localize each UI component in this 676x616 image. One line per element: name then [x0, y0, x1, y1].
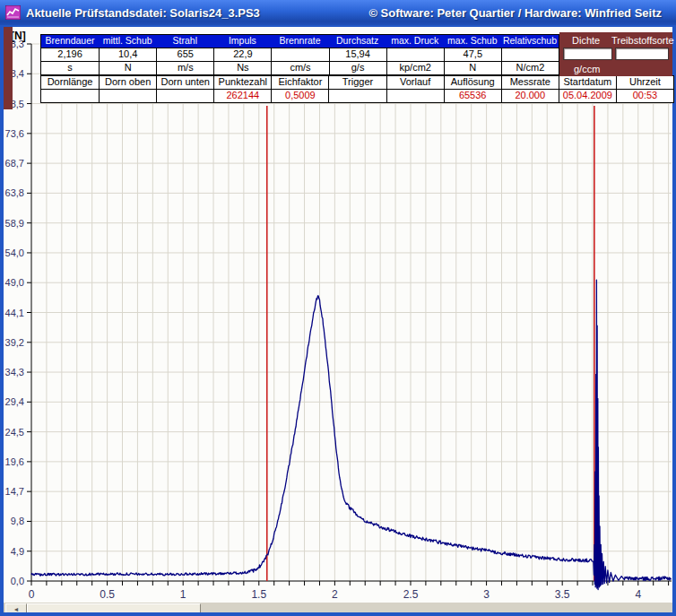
table-unit-cell: N — [444, 62, 501, 74]
table-unit-cell: N — [99, 62, 156, 74]
table-header-cell: Durchsatz — [329, 35, 386, 48]
table-header-cell: max. Druck — [386, 35, 444, 48]
window-title: Aktuelle Prüfstandsdatei: Solaris24_3.PS… — [26, 6, 260, 20]
svg-text:44,1: 44,1 — [5, 308, 24, 318]
table-unit-cell: g/s — [329, 62, 386, 74]
svg-text:3: 3 — [483, 588, 490, 601]
svg-text:[N]: [N] — [11, 30, 26, 42]
table-value-cell: 655 — [156, 48, 213, 61]
table-value-cell: 20.000 — [501, 90, 559, 102]
svg-text:63,8: 63,8 — [5, 187, 24, 198]
results-values-row: 2,19610,465522,915,9447,5 — [41, 48, 559, 61]
table-unit-cell: N/cm2 — [501, 62, 559, 74]
svg-text:3.5: 3.5 — [555, 588, 570, 601]
table-value-cell — [271, 48, 328, 61]
svg-text:2.5: 2.5 — [403, 588, 419, 601]
table-header-cell: Relativschub — [501, 35, 559, 48]
table-header-cell: Trigger — [328, 76, 386, 89]
table-value-cell — [501, 48, 559, 61]
table-value-cell: 0,5009 — [271, 90, 328, 102]
svg-text:4,9: 4,9 — [11, 546, 24, 557]
svg-text:54,0: 54,0 — [5, 247, 24, 258]
svg-text:0: 0 — [29, 588, 35, 601]
svg-text:39,2: 39,2 — [5, 337, 24, 348]
software-credit: © Software: Peter Quartier / Hardware: W… — [368, 6, 676, 20]
svg-text:19,6: 19,6 — [5, 456, 24, 467]
table-value-cell — [386, 48, 444, 61]
fuel-type-label: Treibstoffsorte — [611, 35, 674, 46]
results-table: Brenndauermittl. SchubStrahlImpulsBrennr… — [40, 34, 559, 75]
settings-header-row: DornlängeDorn obenDorn untenPunktezahlEi… — [41, 76, 673, 89]
table-header-cell: Vorlauf — [386, 76, 444, 89]
table-value-cell — [99, 90, 156, 102]
table-value-cell: 65536 — [444, 90, 501, 102]
horizontal-scrollbar[interactable]: ◄ — [4, 603, 672, 612]
svg-text:58,9: 58,9 — [5, 218, 24, 229]
table-header-cell: Messrate — [501, 76, 559, 89]
density-label: Dichte — [572, 35, 600, 46]
app-icon — [5, 5, 21, 20]
table-header-cell: max. Schub — [444, 35, 501, 48]
table-value-cell: 22,9 — [213, 48, 271, 61]
table-value-cell: 2,196 — [41, 48, 99, 61]
svg-text:2: 2 — [332, 588, 338, 601]
table-header-cell: Punktezahl — [213, 76, 271, 89]
svg-text:9,8: 9,8 — [11, 516, 24, 526]
settings-table: DornlängeDorn obenDorn untenPunktezahlEi… — [40, 75, 674, 103]
table-header-cell: Dorn oben — [99, 76, 156, 89]
form-background-strip — [4, 27, 13, 109]
table-header-cell: Uhrzeit — [616, 76, 673, 89]
settings-values-row: 2621440,50096553620.00005.04.200900:53 — [41, 89, 673, 102]
table-header-cell: mittl. Schub — [99, 35, 156, 48]
table-header-cell: Eichfaktor — [271, 76, 328, 89]
scroll-thumb[interactable] — [27, 603, 201, 612]
svg-text:68,7: 68,7 — [5, 158, 24, 169]
density-unit: g/ccm — [574, 64, 600, 74]
table-value-cell: 10,4 — [99, 48, 156, 61]
density-input[interactable] — [563, 48, 612, 60]
table-unit-cell: cm/s — [271, 62, 328, 74]
results-header-row: Brenndauermittl. SchubStrahlImpulsBrennr… — [41, 35, 559, 48]
svg-text:0,0: 0,0 — [11, 576, 24, 586]
table-header-cell: Dornlänge — [41, 76, 99, 89]
table-value-cell: 262144 — [213, 90, 271, 102]
svg-text:14,7: 14,7 — [5, 486, 24, 497]
svg-text:1: 1 — [180, 588, 186, 601]
table-value-cell — [328, 90, 386, 102]
svg-text:0.5: 0.5 — [100, 588, 115, 601]
table-header-cell: Dorn unten — [156, 76, 213, 89]
table-unit-cell: m/s — [156, 62, 213, 74]
table-value-cell — [156, 90, 213, 102]
table-value-cell: 05.04.2009 — [559, 90, 616, 102]
svg-text:1.5: 1.5 — [251, 588, 266, 601]
table-header-cell: Impuls — [213, 35, 271, 48]
svg-text:24,5: 24,5 — [5, 427, 24, 438]
scroll-left-button[interactable]: ◄ — [5, 603, 27, 612]
svg-text:49,0: 49,0 — [5, 277, 24, 288]
table-value-cell — [41, 90, 99, 102]
results-units-row: sNm/sNscm/sg/skp/cm2NN/cm2 — [41, 61, 559, 74]
thrust-curve-plot: 0,04,99,814,719,624,529,434,339,244,149,… — [4, 27, 672, 603]
svg-text:73,6: 73,6 — [5, 128, 24, 139]
table-value-cell: 47,5 — [444, 48, 501, 61]
propellant-panel: Dichte Treibstoffsorte g/ccm — [559, 32, 672, 76]
table-header-cell: Strahl — [156, 35, 213, 48]
svg-text:4: 4 — [635, 588, 641, 601]
table-value-cell: 00:53 — [616, 90, 673, 102]
table-unit-cell: kp/cm2 — [386, 62, 444, 74]
title-bar: Aktuelle Prüfstandsdatei: Solaris24_3.PS… — [0, 0, 676, 25]
table-header-cell: Startdatum — [559, 76, 616, 89]
table-unit-cell: Ns — [213, 62, 271, 74]
table-header-cell: Auflösung — [444, 76, 501, 89]
fuel-type-input[interactable] — [615, 48, 669, 60]
table-header-cell: Brenndauer — [41, 35, 99, 48]
table-unit-cell: s — [41, 62, 99, 74]
table-value-cell — [386, 90, 444, 102]
table-value-cell: 15,94 — [329, 48, 386, 61]
svg-text:34,3: 34,3 — [5, 367, 24, 377]
svg-text:29,4: 29,4 — [5, 396, 24, 407]
table-header-cell: Brennrate — [271, 35, 328, 48]
thrust-chart[interactable]: 0,04,99,814,719,624,529,434,339,244,149,… — [4, 27, 672, 603]
